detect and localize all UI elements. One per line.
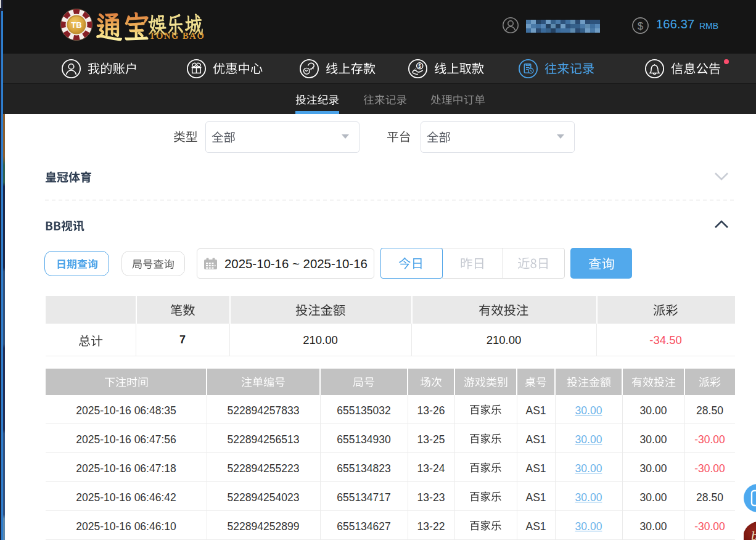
svg-text:$: $ <box>638 20 644 32</box>
svg-text:TONG BAO: TONG BAO <box>149 31 205 41</box>
svg-text:b: b <box>751 528 756 540</box>
svg-text:$: $ <box>418 63 421 69</box>
